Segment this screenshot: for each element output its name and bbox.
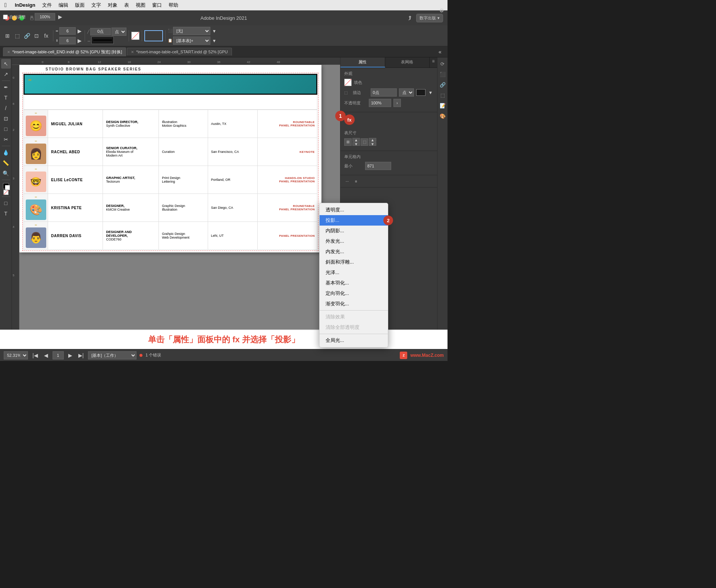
tab-close-2[interactable]: ✕ xyxy=(131,50,134,54)
tool-pen[interactable]: ✒ xyxy=(1,82,11,92)
tool-text[interactable]: T xyxy=(1,93,11,103)
ri-icon-5[interactable]: 📝 xyxy=(439,101,447,110)
menu-window[interactable]: 窗口 xyxy=(152,2,162,9)
panel-menu-btn[interactable]: ≡ xyxy=(430,57,437,65)
dropdown-directional-feather[interactable]: 定向羽化... xyxy=(320,288,388,299)
menu-indesign[interactable]: InDesign xyxy=(15,2,35,8)
tool-select[interactable]: ↖ xyxy=(1,59,11,69)
panel-tab-table-grid[interactable]: 表网格 xyxy=(385,57,430,67)
settings-icon[interactable]: ⚙ xyxy=(437,6,446,15)
tool-line[interactable]: / xyxy=(1,103,11,113)
auto-adjust-checkbox[interactable] xyxy=(3,15,8,19)
stroke-diagonal[interactable] xyxy=(3,190,9,195)
tab-start[interactable]: ✕ *insert-image-table-cell_START.indd @ … xyxy=(127,48,232,56)
stroke-unit-panel[interactable]: 点 xyxy=(399,88,414,97)
transform-tool-btn[interactable]: ⊡ xyxy=(32,31,41,40)
fill-box[interactable] xyxy=(3,183,9,189)
page-input[interactable]: 1 xyxy=(53,351,64,359)
ri-icon-3[interactable]: 🔗 xyxy=(439,81,447,89)
tab-end[interactable]: ✕ *insert-image-table-cell_END.indd @ 52… xyxy=(3,47,126,56)
fill-swatch-panel[interactable] xyxy=(344,79,352,86)
panel-tab-properties[interactable]: 属性 xyxy=(340,57,385,67)
ri-icon-6[interactable]: 🎨 xyxy=(439,112,447,120)
tool-zoom[interactable]: 🔍 xyxy=(1,169,11,178)
opacity-panel-input[interactable]: 100% xyxy=(369,99,391,107)
mode-select[interactable]: [基本]（工作） xyxy=(88,351,136,359)
width-field[interactable]: 6 xyxy=(59,27,76,35)
style-selects: ⬛ [无] ▾ 📋 [基本表]+ ▾ xyxy=(168,26,217,45)
dropdown-bevel-emboss[interactable]: 斜面和浮雕... xyxy=(320,257,388,267)
fx-button[interactable]: fx xyxy=(344,114,355,125)
tool-rect[interactable]: □ xyxy=(1,124,11,134)
ri-icon-2[interactable]: ⬛ xyxy=(439,70,447,78)
nav-first-btn[interactable]: |◀ xyxy=(31,352,40,359)
dropdown-outer-glow[interactable]: 外发光... xyxy=(320,236,388,246)
collapse-panel-btn[interactable]: « xyxy=(436,47,445,56)
menu-object[interactable]: 对象 xyxy=(108,2,117,9)
menu-edit[interactable]: 编辑 xyxy=(59,2,68,9)
nav-next-btn[interactable]: ▶ xyxy=(67,352,74,359)
nav-last-btn[interactable]: ▶| xyxy=(77,352,85,359)
menu-file[interactable]: 文件 xyxy=(42,2,52,9)
frame-tool-btn[interactable]: ⬚ xyxy=(13,31,22,40)
panel-extra-btn-1[interactable]: ··· xyxy=(343,177,351,185)
fill-label: 填色 xyxy=(354,80,373,85)
menu-help[interactable]: 帮助 xyxy=(169,2,178,9)
menu-view[interactable]: 视图 xyxy=(136,2,145,9)
link-tool-btn[interactable]: 🔗 xyxy=(22,31,31,40)
tool-eyedropper[interactable]: 💧 xyxy=(1,148,11,157)
menu-layout[interactable]: 版面 xyxy=(75,2,85,9)
zoom-toolbar-btn[interactable]: ▶ xyxy=(57,12,63,21)
none-select[interactable]: [无] xyxy=(173,27,210,35)
tool-direct-select[interactable]: ↗ xyxy=(1,69,11,79)
dropdown-transparency[interactable]: 透明度... xyxy=(320,205,388,215)
table-up-1[interactable]: ▲ xyxy=(352,138,360,142)
tool-normal-mode[interactable]: □ xyxy=(1,198,11,208)
zoom-select[interactable]: 52.31% xyxy=(4,351,28,359)
share-button[interactable]: ⮭ xyxy=(407,15,413,21)
dropdown-drop-shadow[interactable]: 投影... 2 xyxy=(320,215,388,226)
dropdown-global-light[interactable]: 全局光... xyxy=(320,335,388,346)
nav-prev-btn[interactable]: ◀ xyxy=(43,352,50,359)
tool-rect-frame[interactable]: ⊡ xyxy=(1,114,11,123)
ri-icon-4[interactable]: ⬚ xyxy=(439,91,447,99)
table-down-2[interactable]: ▼ xyxy=(369,142,376,146)
table-icon-2[interactable]: ⬚ xyxy=(361,138,368,146)
tool-scissors[interactable]: ✂ xyxy=(1,135,11,144)
dropdown-satin[interactable]: 光泽... xyxy=(320,267,388,278)
base-table-arrow[interactable]: ▾ xyxy=(211,36,217,45)
min-input[interactable]: 871 xyxy=(365,162,391,170)
specialty-cell-2: Curation xyxy=(159,138,208,166)
table-up-2[interactable]: ▲ xyxy=(369,138,376,142)
table-icon-1[interactable]: ⊞ xyxy=(344,138,352,146)
dropdown-inner-shadow[interactable]: 内阴影... xyxy=(320,226,388,236)
dropdown-inner-glow[interactable]: 内发光... xyxy=(320,246,388,257)
stroke-field[interactable]: 0点 xyxy=(90,28,111,35)
stroke-more-btn[interactable]: ▾ xyxy=(428,88,433,97)
dropdown-gradient-feather[interactable]: 渐变羽化... xyxy=(320,299,388,309)
menu-text[interactable]: 文字 xyxy=(91,2,101,9)
panel-hamburger-btn[interactable]: ≡ xyxy=(352,177,360,185)
stroke-color-swatch[interactable] xyxy=(416,89,425,96)
height-arrow-btn[interactable]: ▶ xyxy=(76,36,82,45)
width-arrow-btn[interactable]: ▶ xyxy=(76,26,82,35)
stroke-panel-input[interactable]: 0点 xyxy=(371,88,397,97)
function-btn[interactable]: fx xyxy=(42,31,51,40)
tab-close-1[interactable]: ✕ xyxy=(7,50,10,54)
fx-section: 1 fx xyxy=(340,112,437,127)
table-down-1[interactable]: ▼ xyxy=(352,142,360,146)
menu-table[interactable]: 表 xyxy=(124,2,129,9)
tool-measure[interactable]: 📏 xyxy=(1,158,11,168)
base-table-select[interactable]: [基本表]+ xyxy=(173,37,210,45)
specialty-cell-4: Graphic DesignIllustration xyxy=(159,194,208,222)
ri-icon-1[interactable]: ⟳ xyxy=(439,60,447,68)
zoom-toolbar-field[interactable]: 100% xyxy=(35,13,55,21)
tool-extra[interactable]: T xyxy=(1,209,11,218)
fill-swatch[interactable] xyxy=(131,32,139,40)
stroke-unit-select[interactable]: 点 xyxy=(112,28,126,36)
dropdown-basic-feather[interactable]: 基本羽化... xyxy=(320,278,388,288)
none-select-arrow[interactable]: ▾ xyxy=(211,26,217,35)
select-tool-btn[interactable]: ⊞ xyxy=(3,31,12,40)
opacity-arrow-btn[interactable]: › xyxy=(393,99,401,107)
height-field[interactable]: 6 xyxy=(59,37,76,44)
